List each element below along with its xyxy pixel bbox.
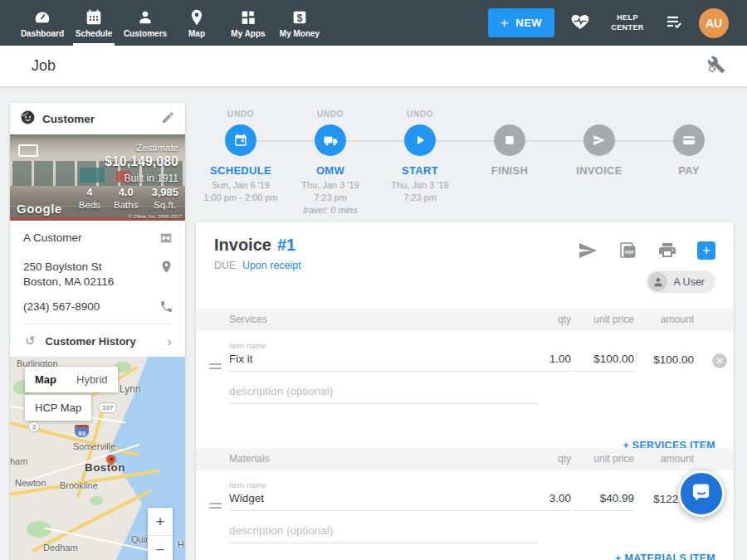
beds-stat: 4 Beds	[79, 186, 100, 210]
baths-stat: 4.0 Baths	[114, 186, 138, 210]
map-type-hybrid-button[interactable]: Hybrid	[66, 367, 118, 392]
qty-column-header: qty	[558, 453, 571, 465]
heart-pulse-icon[interactable]	[569, 12, 591, 35]
edit-pencil-icon[interactable]	[161, 110, 175, 128]
page-title: Job	[32, 57, 56, 75]
job-status-pipeline: UNDO SCHEDULE Sun, Jan 6 '19 1:00 pm - 2…	[196, 106, 734, 222]
invoice-due: DUE Upon receipt	[214, 260, 301, 271]
chat-messenger-button[interactable]	[678, 470, 725, 517]
nav-label: Schedule	[76, 29, 112, 38]
customer-name-row: A Customer	[23, 231, 173, 249]
step-label[interactable]: PAY	[644, 164, 734, 177]
pipeline-step-schedule: UNDO SCHEDULE Sun, Jan 6 '19 1:00 pm - 2…	[196, 106, 286, 222]
add-materials-item-link[interactable]: + MATERIALS ITEM	[615, 553, 715, 560]
nav-item-customers[interactable]: Customers	[120, 0, 171, 46]
map-label-somerville: Somerville	[73, 441, 115, 451]
due-label: DUE	[214, 260, 236, 271]
step-label[interactable]: INVOICE	[554, 164, 644, 177]
map-park	[90, 496, 103, 505]
hcp-map-button[interactable]: HCP Map	[25, 395, 91, 421]
phone-icon[interactable]	[159, 299, 173, 317]
step-label[interactable]: SCHEDULE	[196, 164, 286, 177]
step-label[interactable]: OMW	[286, 164, 375, 177]
customer-address: 250 Boylston St Boston, MA 02116	[23, 260, 114, 289]
street-view-icon[interactable]	[18, 144, 38, 157]
due-value-link[interactable]: Upon receipt	[242, 260, 301, 271]
schedule-step-icon[interactable]	[225, 124, 256, 156]
app-window: Dashboard Schedule Customers Map	[0, 0, 747, 560]
materials-header-bar: Materials qty unit price amount	[196, 448, 734, 470]
property-photo[interactable]: Zestimate $10,149,080 Built in 1911 4 Be…	[10, 134, 185, 221]
nav-item-my-apps[interactable]: My Apps	[222, 0, 274, 46]
unit-price-column-header: unit price	[593, 314, 634, 325]
nav-item-schedule[interactable]: Schedule	[68, 0, 120, 46]
material-item-name-input[interactable]	[229, 492, 538, 511]
qty-column-header: qty	[558, 314, 571, 325]
zoom-in-button[interactable]: +	[148, 508, 173, 535]
new-button-label: NEW	[515, 17, 542, 29]
assigned-user-pill[interactable]: A User	[647, 270, 715, 293]
service-description-input[interactable]	[229, 385, 538, 404]
map-type-map-button[interactable]: Map	[25, 367, 66, 392]
material-description-input[interactable]	[229, 524, 538, 543]
pdf-icon[interactable]: PDF	[618, 241, 637, 261]
drag-handle[interactable]	[209, 503, 222, 511]
step-label[interactable]: FINISH	[465, 164, 554, 177]
user-avatar[interactable]: AU	[699, 8, 729, 38]
task-list-icon[interactable]	[664, 12, 684, 35]
truck-step-icon[interactable]	[315, 124, 346, 156]
new-button[interactable]: + NEW	[488, 8, 554, 37]
contact-card-icon[interactable]	[159, 231, 173, 249]
pipeline-step-pay: PAY	[644, 106, 734, 222]
nav-label: My Money	[280, 29, 320, 38]
nav-item-dashboard[interactable]: Dashboard	[17, 0, 68, 46]
add-invoice-button[interactable]: +	[697, 241, 715, 260]
zoom-out-button[interactable]: −	[148, 536, 173, 560]
card-step-icon[interactable]	[673, 124, 705, 156]
money-icon: $	[290, 8, 309, 27]
remove-service-item-button[interactable]: ✕	[712, 353, 727, 368]
play-step-icon[interactable]	[404, 124, 436, 156]
service-item-name-input[interactable]	[229, 353, 538, 372]
customer-address-row: 250 Boylston St Boston, MA 02116	[23, 260, 173, 289]
i93-shield: 93	[75, 425, 89, 437]
materials-header: Materials	[229, 453, 270, 465]
customer-info: A Customer 250 Boylston St Boston, MA 02…	[10, 221, 185, 358]
customer-name: A Customer	[23, 231, 82, 246]
material-qty-input[interactable]	[520, 492, 571, 511]
amount-column-header: amount	[661, 314, 694, 325]
location-pin-icon[interactable]	[159, 260, 173, 277]
invoice-number[interactable]: #1	[277, 236, 295, 255]
customer-card: Customer Zestimate $10,149,080 Built in …	[10, 103, 185, 358]
drag-handle[interactable]	[209, 363, 222, 372]
sqft-stat: 3,985 Sq.ft.	[151, 186, 178, 210]
customer-history-link[interactable]: ↺ Customer History ›	[23, 324, 173, 358]
material-unit-price-input[interactable]	[574, 492, 634, 511]
item-name-label: Item name	[229, 480, 266, 489]
service-unit-price-input[interactable]	[574, 353, 634, 372]
svg-text:$: $	[297, 12, 303, 23]
person-icon	[136, 8, 154, 27]
nav-item-map[interactable]: Map	[171, 0, 222, 46]
undo-start-button[interactable]: UNDO	[375, 110, 465, 119]
step-label[interactable]: START	[375, 164, 465, 177]
apps-grid-icon	[239, 8, 257, 27]
step-details: Thu, Jan 3 '19 7:23 pm travel: 0 mins	[286, 179, 375, 217]
nav-item-my-money[interactable]: $ My Money	[274, 0, 325, 46]
help-center-link[interactable]: HELP CENTER	[606, 13, 649, 32]
stop-step-icon[interactable]	[494, 124, 525, 156]
job-tools-icon[interactable]	[707, 56, 725, 77]
send-invoice-icon[interactable]	[578, 241, 598, 261]
pipeline-step-start: UNDO START Thu, Jan 3 '19 7:23 pm	[375, 106, 465, 222]
service-qty-input[interactable]	[520, 353, 571, 372]
user-silhouette-icon	[648, 272, 667, 291]
map-panel[interactable]: Burlington Lynn 107 2 93 Somerville ham …	[10, 357, 185, 560]
print-icon[interactable]	[657, 241, 677, 261]
services-header: Services	[229, 314, 267, 325]
undo-schedule-button[interactable]: UNDO	[196, 110, 286, 119]
undo-omw-button[interactable]: UNDO	[286, 110, 375, 119]
map-label-dedham: Dedham	[43, 543, 78, 553]
map-label-hingham: Hi	[178, 539, 185, 549]
service-amount: $100.00	[653, 353, 694, 366]
send-step-icon[interactable]	[583, 124, 615, 156]
